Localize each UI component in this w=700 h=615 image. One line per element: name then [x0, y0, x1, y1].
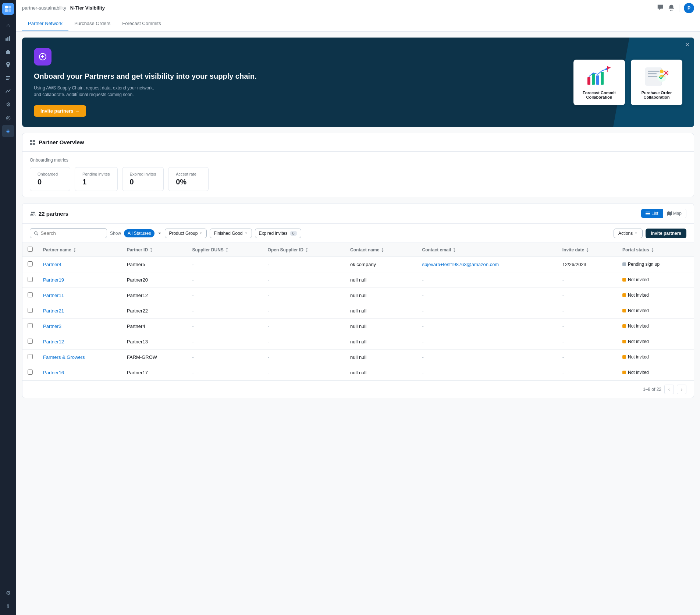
metric-onboarded-value: 0	[38, 178, 63, 186]
row-checkbox[interactable]	[28, 339, 33, 344]
row-checkbox[interactable]	[28, 277, 33, 282]
svg-rect-2	[5, 9, 8, 12]
sidebar-item-info[interactable]: ℹ	[2, 600, 14, 612]
expired-invites-filter[interactable]: Expired invites 0	[255, 229, 301, 238]
row-checkbox-cell[interactable]	[22, 303, 38, 319]
view-toggle: List Map	[641, 209, 686, 218]
row-checkbox[interactable]	[28, 323, 33, 328]
status-dot	[622, 278, 626, 282]
partner-overview-section: Partner Overview Onboarding metrics Onbo…	[22, 133, 694, 197]
user-avatar[interactable]: P	[684, 3, 694, 13]
sidebar-item-chart[interactable]	[2, 85, 14, 97]
list-view-button[interactable]: List	[641, 209, 663, 218]
sidebar-item-list[interactable]	[2, 72, 14, 84]
row-checkbox-cell[interactable]	[22, 350, 38, 365]
select-all-checkbox[interactable]	[28, 247, 33, 252]
sidebar-item-settings-bottom[interactable]: ⚙	[2, 587, 14, 599]
finished-good-chevron	[244, 231, 248, 235]
col-invite-date[interactable]: Invite date	[557, 243, 617, 257]
bell-icon[interactable]	[668, 4, 675, 12]
row-checkbox-cell[interactable]	[22, 288, 38, 303]
row-checkbox-cell[interactable]	[22, 365, 38, 381]
svg-rect-10	[6, 78, 10, 78]
product-group-label: Product Group	[169, 231, 198, 236]
sidebar-item-home[interactable]: ⌂	[2, 19, 14, 31]
table-row: Partner12 Partner13 - - null null - - No…	[22, 334, 694, 350]
row-supplier-duns: -	[187, 350, 262, 365]
row-checkbox-cell[interactable]	[22, 319, 38, 334]
row-contact-email: -	[417, 303, 557, 319]
col-contact-name[interactable]: Contact name	[345, 243, 417, 257]
banner-card-forecast[interactable]: Forecast Commit Collaboration	[573, 60, 625, 105]
sidebar-item-settings[interactable]: ⚙	[2, 99, 14, 110]
metric-accept-rate: Accept rate 0%	[168, 167, 209, 191]
svg-rect-6	[9, 36, 10, 41]
status-label: Not invited	[628, 277, 649, 282]
invite-partners-banner-button[interactable]: Invite partners →	[34, 105, 86, 117]
sidebar-item-location[interactable]	[2, 59, 14, 71]
main-content: partner-sustainability N-Tier Visibility…	[16, 0, 700, 615]
invite-partners-button[interactable]: Invite partners	[646, 229, 686, 238]
finished-good-filter[interactable]: Finished Good	[210, 229, 252, 238]
col-portal-status[interactable]: Portal status	[617, 243, 694, 257]
row-partner-name: Partner4	[38, 257, 122, 272]
app-logo	[2, 3, 14, 15]
col-open-supplier-id[interactable]: Open Supplier ID	[263, 243, 345, 257]
metric-pending-value: 1	[82, 178, 110, 186]
row-partner-name: Partner16	[38, 365, 122, 381]
row-contact-name: null null	[345, 272, 417, 288]
col-partner-name[interactable]: Partner name	[38, 243, 122, 257]
content-area: Partner Network Purchase Orders Forecast…	[16, 16, 700, 615]
col-supplier-duns[interactable]: Supplier DUNS	[187, 243, 262, 257]
product-group-chevron	[199, 231, 203, 235]
sidebar-item-inventory[interactable]	[2, 46, 14, 57]
filters-bar: Show All Statuses Product Group Finished…	[22, 224, 694, 243]
col-contact-email[interactable]: Contact email	[417, 243, 557, 257]
row-contact-email: sbjevara+test198763@amazon.com	[417, 257, 557, 272]
pagination-prev-button[interactable]: ‹	[664, 385, 674, 394]
row-invite-date: -	[557, 334, 617, 350]
row-contact-email: -	[417, 334, 557, 350]
tab-forecast-commits[interactable]: Forecast Commits	[116, 16, 167, 31]
search-input[interactable]	[41, 230, 103, 236]
row-checkbox-cell[interactable]	[22, 272, 38, 288]
svg-point-34	[33, 212, 35, 213]
row-contact-email: -	[417, 288, 557, 303]
actions-button[interactable]: Actions	[614, 229, 643, 238]
chat-icon[interactable]	[657, 4, 664, 12]
row-checkbox[interactable]	[28, 370, 33, 375]
row-open-supplier-id: -	[263, 257, 345, 272]
all-statuses-filter[interactable]: All Statuses	[124, 229, 154, 237]
banner-close-button[interactable]: ✕	[685, 41, 690, 48]
svg-rect-35	[646, 212, 650, 212]
partner-overview-title: Partner Overview	[39, 139, 84, 145]
sidebar-item-partner[interactable]: ◈	[2, 125, 14, 137]
banner-card-purchase-order[interactable]: Purchase Order Collaboration	[631, 60, 682, 105]
pagination-next-button[interactable]: ›	[677, 385, 686, 394]
header-select-all[interactable]	[22, 243, 38, 257]
svg-rect-31	[30, 143, 32, 145]
row-partner-id: Partner5	[122, 257, 187, 272]
row-checkbox[interactable]	[28, 354, 33, 359]
product-group-filter[interactable]: Product Group	[165, 229, 207, 238]
row-partner-name: Partner12	[38, 334, 122, 350]
svg-point-38	[35, 231, 37, 234]
status-chevron-icon	[157, 231, 162, 236]
search-icon	[34, 231, 39, 236]
row-checkbox[interactable]	[28, 308, 33, 313]
search-box[interactable]	[30, 228, 107, 238]
sort-icon	[452, 248, 456, 252]
sidebar-item-analytics[interactable]	[2, 32, 14, 44]
map-view-button[interactable]: Map	[663, 209, 686, 218]
sidebar-item-target[interactable]: ◎	[2, 112, 14, 124]
row-checkbox-cell[interactable]	[22, 257, 38, 272]
row-checkbox[interactable]	[28, 292, 33, 297]
col-partner-id[interactable]: Partner ID	[122, 243, 187, 257]
row-checkbox-cell[interactable]	[22, 334, 38, 350]
tab-purchase-orders[interactable]: Purchase Orders	[68, 16, 116, 31]
row-checkbox[interactable]	[28, 261, 33, 266]
tab-partner-network[interactable]: Partner Network	[22, 16, 68, 31]
status-label: Not invited	[628, 354, 649, 360]
sort-icon	[305, 248, 309, 252]
table-row: Partner11 Partner12 - - null null - - No…	[22, 288, 694, 303]
